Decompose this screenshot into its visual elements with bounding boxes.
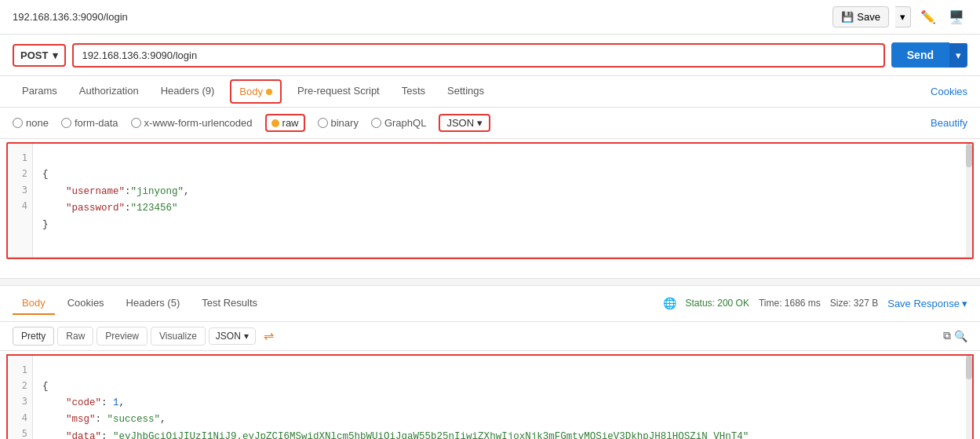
tab-body[interactable]: Body — [230, 79, 282, 104]
resp-line-num-1: 1 — [13, 362, 27, 378]
cookies-link[interactable]: Cookies — [931, 86, 967, 97]
json-arrow: ▾ — [477, 117, 483, 129]
option-none[interactable]: none — [13, 117, 49, 129]
response-time: Time: 1686 ms — [759, 298, 821, 309]
option-graphql[interactable]: GraphQL — [371, 117, 426, 129]
search-icon[interactable]: 🔍 — [954, 330, 967, 342]
json-fmt-arrow: ▾ — [244, 331, 249, 342]
resp-scrollbar-right[interactable] — [966, 356, 972, 440]
response-json-select[interactable]: JSON ▾ — [209, 327, 256, 345]
tab-tests[interactable]: Tests — [392, 77, 435, 106]
method-arrow: ▾ — [53, 49, 58, 61]
line-num-2: 2 — [13, 166, 27, 181]
tab-headers[interactable]: Headers (9) — [151, 77, 224, 106]
resp-tab-cookies[interactable]: Cookies — [58, 292, 114, 315]
resp-tab-body[interactable]: Body — [13, 292, 55, 315]
resp-line-num-2: 2 — [13, 378, 27, 393]
response-code-content: { "code": 1, "msg": "success", "data": "… — [33, 356, 966, 440]
json-format-select[interactable]: JSON ▾ — [439, 114, 490, 132]
response-status: 🌐 Status: 200 OK Time: 1686 ms Size: 327… — [663, 297, 967, 309]
option-url-encoded[interactable]: x-www-form-urlencoded — [131, 117, 253, 129]
preview-btn[interactable]: Preview — [97, 327, 148, 346]
status-200: Status: 200 OK — [686, 298, 749, 309]
raw-active-dot — [271, 119, 279, 127]
top-bar: 192.168.136.3:9090/login 💾 Save ▾ ✏️ 🖥️ — [0, 0, 980, 35]
share-icon[interactable]: 🖥️ — [945, 6, 967, 27]
save-icon: 💾 — [841, 11, 854, 23]
save-response-arrow: ▾ — [962, 298, 967, 309]
line-num-1: 1 — [13, 150, 27, 166]
scrollbar-thumb — [966, 144, 972, 167]
top-right-buttons: 💾 Save ▾ ✏️ 🖥️ — [832, 6, 967, 27]
globe-icon: 🌐 — [663, 297, 676, 309]
window-url: 192.168.136.3:9090/login — [13, 11, 128, 23]
response-code-editor: 1 2 3 4 5 { "code": 1, "msg": "success",… — [6, 354, 974, 440]
line-num-3: 3 — [13, 182, 27, 198]
request-tabs-row: Params Authorization Headers (9) Body Pr… — [0, 76, 980, 108]
raw-btn[interactable]: Raw — [57, 327, 93, 346]
send-dropdown-button[interactable]: ▾ — [949, 43, 967, 68]
tab-settings[interactable]: Settings — [438, 77, 494, 106]
save-button[interactable]: 💾 Save — [832, 6, 889, 27]
method-select[interactable]: POST ▾ — [13, 44, 66, 67]
resp-line-num-3: 3 — [13, 393, 27, 409]
body-options-row: none form-data x-www-form-urlencoded raw… — [0, 108, 980, 139]
line-num-4: 4 — [13, 198, 27, 214]
response-size: Size: 327 B — [830, 298, 878, 309]
option-binary[interactable]: binary — [318, 117, 359, 129]
save-dropdown-arrow[interactable]: ▾ — [895, 6, 911, 27]
scrollbar-right[interactable] — [966, 144, 972, 257]
code-body[interactable]: { "username":"jinyong", "password":"1234… — [33, 144, 966, 257]
request-row: POST ▾ Send ▾ — [0, 35, 980, 76]
method-label: POST — [20, 49, 48, 61]
save-label: Save — [857, 11, 880, 23]
filter-icon[interactable]: ⇌ — [259, 327, 279, 345]
resp-tab-headers[interactable]: Headers (5) — [117, 292, 190, 315]
send-button-group: Send ▾ — [891, 42, 967, 68]
response-tabs-row: Body Cookies Headers (5) Test Results 🌐 … — [0, 286, 980, 322]
line-numbers: 1 2 3 4 — [8, 144, 33, 257]
resp-line-num-5: 5 — [13, 426, 27, 439]
section-divider — [0, 278, 980, 286]
copy-icon[interactable]: ⧉ — [943, 329, 951, 342]
pretty-btn[interactable]: Pretty — [13, 327, 54, 346]
tab-authorization[interactable]: Authorization — [70, 77, 148, 106]
response-format-row: Pretty Raw Preview Visualize JSON ▾ ⇌ ⧉ … — [0, 322, 980, 351]
send-main-button[interactable]: Send — [891, 42, 949, 68]
option-raw-highlighted[interactable]: raw — [265, 114, 305, 132]
visualize-btn[interactable]: Visualize — [151, 327, 206, 346]
body-dot-badge — [266, 89, 272, 95]
resp-scrollbar-thumb — [966, 356, 972, 379]
code-editor-inner: 1 2 3 4 { "username":"jinyong", "passwor… — [8, 144, 972, 258]
beautify-link[interactable]: Beautify — [931, 117, 967, 129]
tab-pre-request[interactable]: Pre-request Script — [288, 77, 389, 106]
resp-line-num-4: 4 — [13, 410, 27, 426]
url-input[interactable] — [72, 43, 884, 68]
edit-icon[interactable]: ✏️ — [917, 6, 939, 27]
resp-tab-test-results[interactable]: Test Results — [192, 292, 267, 315]
resp-line-numbers: 1 2 3 4 5 — [8, 356, 33, 440]
request-code-editor: 1 2 3 4 { "username":"jinyong", "passwor… — [6, 142, 974, 259]
option-form-data[interactable]: form-data — [61, 117, 118, 129]
tab-params[interactable]: Params — [13, 77, 67, 106]
save-response-button[interactable]: Save Response ▾ — [887, 298, 967, 309]
